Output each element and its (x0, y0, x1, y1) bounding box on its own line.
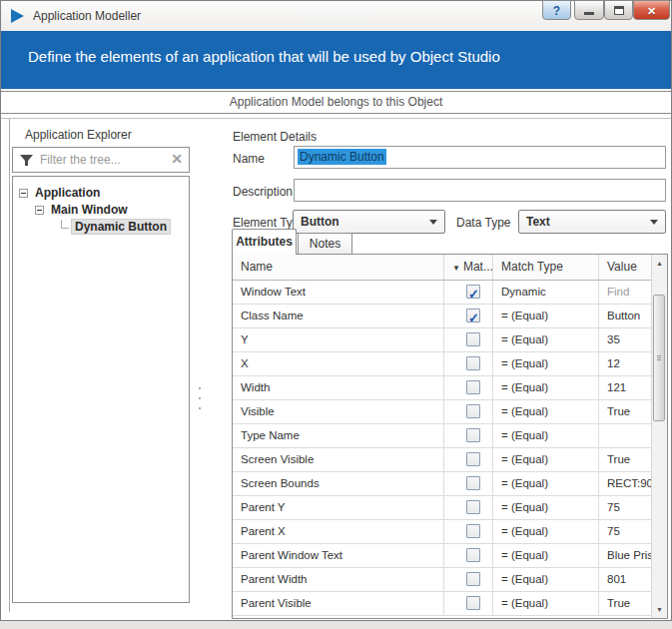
table-row[interactable]: Screen Visible= (Equal)True (233, 448, 651, 472)
value-cell: 75 (599, 496, 652, 519)
window-title: Application Modeller (33, 9, 141, 23)
column-header-match-type[interactable]: Match Type (493, 255, 599, 280)
table-row[interactable]: Screen Bounds= (Equal)RECT:90,135,165,21… (233, 472, 651, 496)
value-cell: RECT:90,135,165,210 (599, 472, 652, 495)
match-cell (444, 544, 493, 567)
tree-item-label: Main Window (48, 203, 131, 217)
match-cell (444, 520, 493, 543)
data-type-dropdown[interactable]: Text (518, 210, 666, 234)
match-checkbox[interactable] (466, 452, 480, 466)
filter-triangle-icon: ▼ (452, 256, 460, 280)
match-cell (444, 328, 493, 351)
attribute-name-cell: Window Text (233, 281, 444, 304)
panel-splitter[interactable] (199, 387, 202, 417)
value-cell: True (599, 448, 652, 471)
table-row[interactable]: Visible= (Equal)True (233, 400, 651, 424)
attribute-name-cell: Parent Window Text (233, 544, 444, 567)
table-row[interactable]: Parent X= (Equal)75 (233, 520, 651, 544)
match-cell (444, 496, 493, 519)
value-cell: 75 (599, 520, 652, 543)
table-row[interactable]: Parent Window Text= (Equal)Blue Prism Tr… (233, 544, 651, 568)
match-checkbox[interactable] (466, 356, 480, 370)
match-checkbox[interactable] (466, 332, 480, 346)
match-cell (444, 424, 493, 447)
match-type-cell: = (Equal) (493, 568, 599, 591)
match-type-cell: = (Equal) (493, 544, 599, 567)
match-checkbox[interactable] (466, 285, 480, 299)
minimize-icon (584, 12, 594, 15)
tree-connector (61, 220, 69, 229)
help-icon: ? (553, 4, 560, 18)
match-checkbox[interactable] (466, 500, 480, 514)
match-checkbox[interactable] (466, 476, 480, 490)
value-cell: 801 (599, 568, 652, 591)
match-checkbox[interactable] (466, 524, 480, 538)
attribute-name-cell: Type Name (233, 424, 444, 447)
attribute-name-cell: Class Name (233, 305, 444, 327)
attribute-name-cell: Visible (233, 400, 444, 423)
minimize-button[interactable] (574, 0, 604, 20)
help-button[interactable]: ? (542, 0, 571, 20)
table-row[interactable]: Type Name= (Equal) (233, 424, 651, 448)
explorer-title: Application Explorer (25, 128, 132, 142)
chevron-down-icon (650, 220, 658, 225)
column-header-match[interactable]: ▼Mat... (444, 255, 493, 280)
restore-button[interactable] (604, 0, 633, 20)
column-header-name[interactable]: Name (233, 255, 444, 280)
scroll-down-icon[interactable]: ▼ (652, 602, 667, 617)
value-cell: 121 (599, 376, 652, 399)
banner: Define the elements of an application th… (1, 31, 671, 89)
banner-text: Define the elements of an application th… (28, 48, 500, 65)
value-cell: Blue Prism Training... (599, 544, 652, 567)
attribute-name-cell: X (233, 352, 444, 375)
collapse-icon[interactable] (35, 206, 44, 215)
attribute-name-cell: Y (233, 328, 444, 351)
vertical-scrollbar[interactable]: ▲ ▼ (651, 255, 667, 618)
match-checkbox[interactable] (466, 596, 480, 610)
attribute-name-cell: Parent Y (233, 496, 444, 519)
table-row[interactable]: Width= (Equal)121 (233, 376, 651, 400)
table-row[interactable]: Parent Y= (Equal)75 (233, 496, 651, 520)
tree-item-application[interactable]: Application (13, 183, 189, 200)
application-tree: ApplicationMain WindowDynamic Button (12, 176, 190, 603)
match-checkbox[interactable] (466, 572, 480, 586)
match-cell (444, 400, 493, 423)
close-icon: ✕ (647, 5, 656, 17)
table-row[interactable]: Window TextDynamicFind (233, 281, 651, 305)
subheader-text: Application Model belongs to this Object (230, 95, 442, 109)
titlebar[interactable]: Application Modeller ? ✕ (1, 1, 671, 31)
match-type-cell: Dynamic (493, 281, 599, 304)
match-cell (444, 281, 493, 304)
match-checkbox[interactable] (466, 428, 480, 442)
value-cell (599, 424, 652, 447)
description-field[interactable] (294, 179, 666, 202)
table-row[interactable]: Parent Visible= (Equal)True (233, 592, 651, 616)
close-button[interactable]: ✕ (633, 0, 670, 20)
match-type-cell: = (Equal) (493, 424, 599, 447)
match-checkbox[interactable] (466, 380, 480, 394)
tab-notes[interactable]: Notes (298, 233, 352, 255)
clear-filter-icon[interactable]: ✕ (171, 151, 183, 167)
collapse-icon[interactable] (19, 189, 28, 198)
table-row[interactable]: Class Name= (Equal)Button (233, 305, 651, 328)
element-type-dropdown[interactable]: Button (293, 210, 445, 234)
table-row[interactable]: Parent Width= (Equal)801 (233, 568, 651, 592)
column-header-value[interactable]: Value (599, 255, 652, 280)
scroll-up-icon[interactable]: ▲ (652, 256, 667, 271)
attribute-name-cell: Width (233, 376, 444, 399)
tree-item-main-window[interactable]: Main Window (13, 200, 189, 217)
tree-item-dynamic-button[interactable]: Dynamic Button (13, 217, 189, 234)
match-checkbox[interactable] (466, 404, 480, 418)
table-row[interactable]: Y= (Equal)35 (233, 328, 651, 352)
value-cell: True (599, 592, 652, 615)
scrollbar-thumb[interactable] (653, 295, 665, 421)
name-field[interactable]: Dynamic Button (294, 146, 666, 169)
subheader-bar: Application Model belongs to this Object (1, 91, 671, 114)
value-cell: Find (599, 281, 652, 304)
match-checkbox[interactable] (466, 548, 480, 562)
table-row[interactable]: X= (Equal)12 (233, 352, 651, 376)
filter-tree-input[interactable]: Filter the tree... ✕ (12, 147, 190, 173)
chevron-down-icon (429, 220, 437, 225)
tab-attributes[interactable]: Attributes (232, 229, 297, 255)
match-checkbox[interactable] (466, 309, 480, 322)
